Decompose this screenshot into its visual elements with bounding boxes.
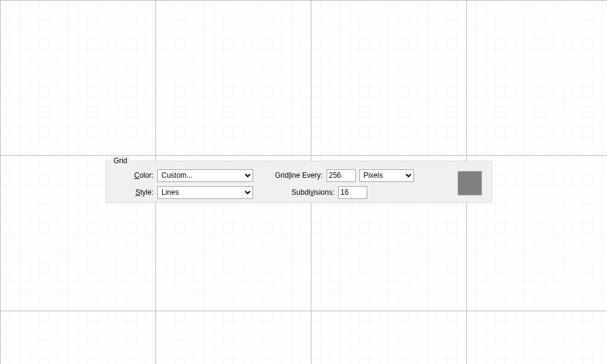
subdivisions-label: Subdivisions: bbox=[275, 188, 338, 197]
grid-color-swatch[interactable] bbox=[458, 171, 482, 195]
style-select[interactable]: Lines bbox=[157, 186, 253, 199]
color-label: Color: bbox=[106, 171, 157, 180]
style-label: Style: bbox=[106, 188, 157, 197]
subdivisions-input[interactable] bbox=[338, 186, 367, 199]
gridline-units-select[interactable]: Pixels bbox=[359, 169, 414, 182]
grid-settings-panel: Grid Color: Custom... Style: Lines Gridl… bbox=[106, 157, 492, 203]
color-select[interactable]: Custom... bbox=[157, 169, 253, 182]
gridline-every-input[interactable] bbox=[327, 169, 356, 182]
grid-legend: Grid bbox=[111, 157, 130, 165]
gridline-every-label: Gridline Every: bbox=[275, 171, 327, 180]
